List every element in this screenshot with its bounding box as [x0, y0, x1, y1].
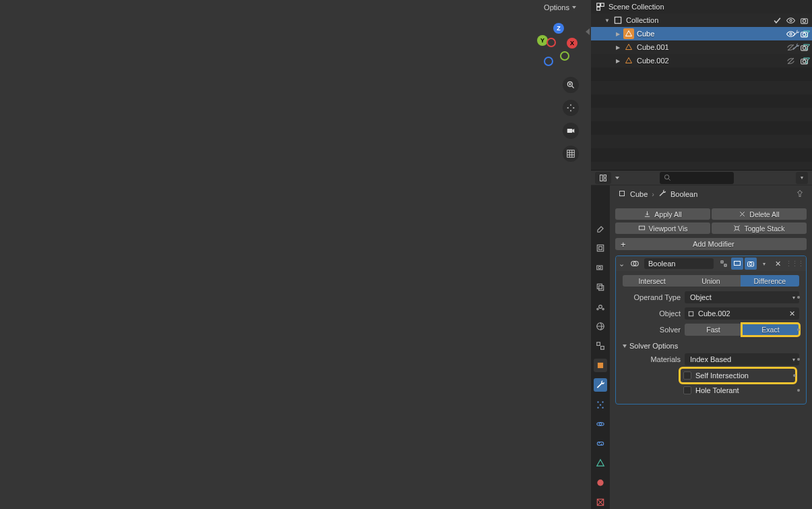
camera-icon[interactable] [799, 55, 809, 66]
viewport-vis-button[interactable]: Viewport Vis [615, 222, 710, 234]
editor-type-dropdown[interactable] [595, 172, 611, 184]
eye-visible-icon[interactable] [785, 28, 796, 39]
breadcrumb-object[interactable]: Cube [630, 190, 648, 198]
zoom-tool-icon[interactable] [563, 77, 579, 93]
add-modifier-button[interactable]: + Add Modifier [615, 238, 807, 250]
svg-point-14 [789, 19, 791, 21]
checkbox-icon[interactable] [772, 15, 782, 26]
extras-dropdown[interactable]: ▾ [758, 258, 770, 270]
tab-material[interactable] [594, 476, 607, 489]
solver-exact-button[interactable]: Exact [742, 324, 799, 336]
apply-all-button[interactable]: Apply All [615, 208, 710, 220]
outliner-collection[interactable]: ▼ Collection [591, 13, 812, 27]
camera-icon[interactable] [799, 42, 809, 53]
svg-rect-38 [599, 247, 602, 250]
viewport-3d[interactable]: Options Z Y X [0, 0, 591, 509]
pin-icon[interactable] [796, 189, 804, 199]
outliner-object-cube001[interactable]: ▶ Cube.001 [591, 40, 812, 54]
axis-neg-x-icon[interactable] [546, 38, 556, 47]
animate-dot-icon[interactable] [797, 389, 800, 392]
solver-label: Solver [623, 326, 681, 334]
axis-z-icon[interactable]: Z [553, 23, 564, 34]
drag-handle-icon[interactable]: ⋮⋮⋮ [785, 260, 803, 268]
expand-icon[interactable]: ▶ [614, 44, 622, 51]
operand-type-dropdown[interactable]: Object ▾ [685, 291, 799, 303]
outliner-scene-collection[interactable]: Scene Collection [591, 0, 812, 13]
camera-icon[interactable] [799, 15, 809, 26]
checkbox-icon[interactable] [683, 386, 691, 394]
perspective-grid-icon[interactable] [563, 146, 579, 162]
tab-particles[interactable] [594, 398, 607, 411]
breadcrumb-modifier[interactable]: Boolean [670, 190, 697, 198]
tab-texture[interactable] [594, 496, 607, 509]
axis-x-icon[interactable]: X [567, 38, 577, 49]
axis-neg-y-icon[interactable] [560, 51, 569, 61]
render-display-toggle[interactable] [745, 258, 757, 270]
modifier-name-input[interactable]: Boolean [644, 258, 714, 269]
hole-tolerant-checkbox[interactable]: Hole Tolerant [683, 384, 799, 397]
delete-modifier-button[interactable]: ✕ [772, 258, 784, 270]
animate-dot-icon[interactable] [797, 296, 800, 299]
tab-constraints[interactable] [594, 437, 607, 450]
svg-point-55 [599, 423, 602, 425]
tab-collection[interactable] [594, 339, 607, 353]
delete-all-button[interactable]: Delete All [712, 208, 807, 220]
clear-icon[interactable]: ✕ [789, 309, 795, 318]
axis-neg-z-icon[interactable] [544, 57, 553, 66]
checkbox-icon[interactable] [683, 371, 691, 380]
svg-point-26 [803, 46, 805, 49]
eye-hidden-icon[interactable] [785, 42, 796, 53]
collapse-sidebar-icon[interactable] [586, 28, 590, 35]
mesh-icon [623, 42, 634, 53]
viewport-options-dropdown[interactable]: Options [537, 1, 583, 13]
outliner-object-cube[interactable]: ▶ Cube [591, 27, 812, 40]
svg-point-45 [602, 308, 604, 309]
tab-data[interactable] [594, 456, 607, 470]
viewport-display-toggle[interactable] [731, 258, 743, 270]
camera-icon[interactable] [799, 28, 809, 39]
edit-mode-toggle[interactable] [718, 258, 730, 270]
svg-rect-34 [604, 179, 606, 181]
animate-dot-icon[interactable] [797, 328, 800, 331]
animate-dot-icon[interactable] [797, 358, 800, 361]
collapse-icon[interactable]: ⌄ [619, 260, 628, 268]
toggle-stack-button[interactable]: Toggle Stack [712, 222, 807, 234]
mesh-icon [623, 55, 634, 66]
expand-icon[interactable]: ▶ [614, 31, 622, 37]
tab-union[interactable]: Union [681, 275, 740, 287]
tab-render[interactable] [594, 241, 607, 255]
collection-icon [613, 15, 623, 26]
tab-physics[interactable] [594, 417, 607, 431]
axis-gizmo[interactable]: Z Y X [534, 22, 579, 66]
tab-modifier[interactable] [594, 378, 607, 392]
outliner-item-label: Scene Collection [607, 3, 812, 11]
svg-rect-66 [721, 261, 723, 263]
materials-dropdown[interactable]: Index Based ▾ [685, 353, 799, 365]
expand-icon[interactable]: ▼ [603, 18, 611, 24]
svg-rect-71 [689, 311, 693, 316]
tab-difference[interactable]: Difference [741, 275, 799, 287]
tab-intersect[interactable]: Intersect [623, 275, 681, 287]
options-dropdown-icon[interactable]: ▾ [796, 172, 808, 184]
properties-search-input[interactable] [660, 172, 734, 184]
object-picker[interactable]: Cube.002 ✕ [685, 307, 799, 320]
tab-world[interactable] [594, 320, 607, 333]
eye-hidden-icon[interactable] [785, 55, 796, 66]
expand-icon[interactable]: ▶ [614, 58, 622, 64]
outliner-item-label: Cube.002 [635, 57, 794, 65]
solver-options-header[interactable]: Solver Options [623, 342, 799, 350]
tab-scene[interactable] [594, 300, 607, 313]
pan-tool-icon[interactable] [563, 100, 579, 116]
tab-viewlayer[interactable] [594, 280, 607, 294]
outliner-object-cube002[interactable]: ▶ Cube.002 [591, 54, 812, 67]
animate-dot-icon[interactable] [793, 374, 796, 377]
self-intersection-checkbox[interactable]: Self Intersection [681, 369, 795, 382]
solver-fast-button[interactable]: Fast [685, 324, 742, 336]
camera-view-icon[interactable] [563, 123, 579, 139]
tab-object[interactable] [594, 359, 607, 372]
eye-visible-icon[interactable] [785, 15, 796, 26]
svg-point-21 [803, 32, 805, 35]
outliner-panel[interactable]: Scene Collection ▼ Collection ▶ Cube ▶ [591, 0, 812, 171]
tab-tool[interactable] [594, 222, 607, 235]
tab-output[interactable] [594, 261, 607, 274]
